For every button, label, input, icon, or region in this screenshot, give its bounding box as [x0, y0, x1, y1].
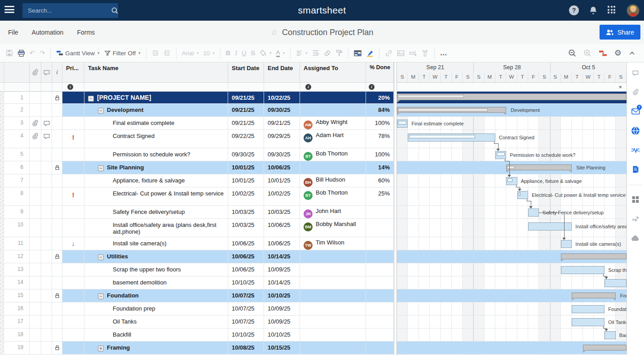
- attachments-column-icon[interactable]: [30, 62, 41, 83]
- priority-high-icon[interactable]: !: [72, 133, 75, 141]
- cell-task[interactable]: basement demolition: [84, 276, 228, 289]
- close-icon[interactable]: ×: [618, 84, 622, 90]
- indent-button[interactable]: [161, 48, 173, 58]
- cell-asgn[interactable]: [300, 104, 366, 117]
- cell-asgn[interactable]: BHBill Hudson: [300, 174, 366, 187]
- gantt-summary-bar[interactable]: [572, 293, 615, 298]
- cell-end[interactable]: 10/06/25: [264, 161, 300, 174]
- gantt-task-bar[interactable]: [572, 305, 604, 313]
- zoom-in-button[interactable]: [581, 47, 594, 59]
- cell-pri[interactable]: [62, 206, 84, 219]
- cell-asgn[interactable]: [300, 315, 366, 328]
- cell-task[interactable]: Electrical- Cut power & Install temp ser…: [84, 187, 228, 206]
- cell-asgn[interactable]: BMBobby Marshall: [300, 219, 366, 237]
- cell-task[interactable]: Appliance, fixture & salvage: [84, 174, 228, 187]
- cell-start[interactable]: 09/30/25: [228, 148, 264, 161]
- column-header-end-date[interactable]: End Date: [264, 62, 300, 83]
- collapse-toggle-icon[interactable]: −: [98, 293, 104, 299]
- global-search[interactable]: [22, 3, 118, 18]
- cell-end[interactable]: 09/21/25: [264, 117, 300, 130]
- menu-forms[interactable]: Forms: [77, 29, 95, 36]
- notifications-bell-icon[interactable]: [589, 6, 598, 15]
- cell-done[interactable]: 78%: [366, 130, 394, 148]
- gantt-summary-bar[interactable]: [506, 164, 572, 170]
- cell-done[interactable]: [366, 328, 394, 342]
- cell-start[interactable]: 09/22/25: [228, 130, 264, 148]
- cell-asgn[interactable]: [300, 276, 366, 289]
- expand-toggle-icon[interactable]: +: [98, 346, 104, 351]
- cell-task[interactable]: Foundation prep: [84, 302, 228, 315]
- cell-asgn[interactable]: [300, 250, 366, 263]
- cell-done[interactable]: 25%: [366, 187, 394, 206]
- conversations-icon[interactable]: [631, 68, 640, 78]
- cell-done[interactable]: 60%: [366, 174, 394, 187]
- insert-column-icon[interactable]: [419, 48, 431, 59]
- apps-panel-icon[interactable]: [631, 195, 640, 204]
- cell-done[interactable]: [366, 219, 394, 237]
- gantt-task-bar[interactable]: [572, 318, 604, 326]
- underline-button[interactable]: U: [239, 48, 248, 58]
- cell-task[interactable]: Backfill: [84, 328, 228, 342]
- cell-done[interactable]: [366, 342, 394, 355]
- gantt-task-bar[interactable]: [397, 120, 408, 128]
- cell-pri[interactable]: [62, 92, 84, 104]
- cell-pri[interactable]: [62, 315, 84, 328]
- row-attachment-icon[interactable]: [30, 117, 41, 130]
- help-icon[interactable]: ?: [569, 5, 579, 15]
- font-color-button[interactable]: A▾: [274, 47, 287, 59]
- cell-pri[interactable]: [62, 148, 84, 161]
- collapse-toggle-icon[interactable]: −: [98, 108, 104, 114]
- cell-task[interactable]: Oil Tanks: [84, 315, 228, 328]
- hamburger-menu-icon[interactable]: [4, 6, 14, 15]
- search-input[interactable]: [22, 7, 111, 14]
- cell-end[interactable]: 10/10/25: [264, 289, 300, 302]
- cell-task[interactable]: −Foundation: [84, 289, 228, 302]
- critical-path-icon[interactable]: [596, 48, 609, 59]
- bold-button[interactable]: B: [224, 48, 233, 58]
- cell-end[interactable]: 10/01/25: [264, 174, 300, 187]
- gantt-summary-bar[interactable]: [561, 253, 626, 259]
- cell-pri[interactable]: [62, 328, 84, 342]
- filter-selector[interactable]: Filter Off▾: [102, 48, 143, 58]
- cell-start[interactable]: 10/01/25: [228, 174, 264, 187]
- wrap-text-button[interactable]: [310, 48, 322, 58]
- cell-asgn[interactable]: BTBob Thorton: [300, 148, 366, 161]
- cell-pri[interactable]: [62, 250, 84, 263]
- cell-start[interactable]: 10/07/25: [228, 315, 264, 328]
- share-button[interactable]: Share: [600, 25, 640, 40]
- column-header-start-date[interactable]: Start Date: [228, 62, 264, 83]
- collapse-toggle-icon[interactable]: −: [98, 165, 104, 171]
- app-launcher-icon[interactable]: [608, 6, 617, 15]
- cell-end[interactable]: 09/29/25: [264, 130, 300, 148]
- row-comment-icon[interactable]: [41, 117, 52, 130]
- menu-automation[interactable]: Automation: [32, 29, 64, 36]
- cell-asgn[interactable]: AHAdam Hart: [300, 130, 366, 148]
- cell-formatting-table-icon[interactable]: [352, 48, 364, 59]
- cell-asgn[interactable]: BTBob Thorton: [300, 187, 366, 206]
- strikethrough-button[interactable]: S: [249, 48, 258, 58]
- cell-end[interactable]: 10/10/25: [264, 328, 300, 342]
- cell-start[interactable]: 09/21/25: [228, 92, 264, 104]
- search-icon[interactable]: [111, 7, 119, 14]
- attachments-icon[interactable]: [631, 87, 640, 97]
- cell-end[interactable]: 10/09/25: [264, 315, 300, 328]
- cell-pri[interactable]: [62, 174, 84, 187]
- cell-pri[interactable]: [62, 302, 84, 315]
- redo-button[interactable]: ↷: [37, 48, 47, 58]
- cell-asgn[interactable]: [300, 328, 366, 342]
- italic-button[interactable]: I: [233, 48, 239, 59]
- cell-done[interactable]: [366, 302, 394, 315]
- user-avatar[interactable]: [626, 4, 640, 17]
- cell-done[interactable]: 14%: [366, 161, 394, 174]
- cell-start[interactable]: 10/07/25: [228, 302, 264, 315]
- save-button[interactable]: [4, 48, 15, 58]
- gantt-task-bar[interactable]: [408, 133, 495, 142]
- cell-start[interactable]: 10/06/25: [228, 250, 264, 263]
- cell-done[interactable]: [366, 276, 394, 289]
- zoom-out-button[interactable]: [566, 47, 578, 59]
- cell-task[interactable]: Scrap the upper two floors: [84, 263, 228, 276]
- cell-pri[interactable]: [62, 219, 84, 237]
- cell-done[interactable]: 100%: [366, 148, 394, 161]
- cell-asgn[interactable]: AWAbby Wright: [300, 117, 366, 130]
- clear-format-eraser-icon[interactable]: [322, 48, 333, 58]
